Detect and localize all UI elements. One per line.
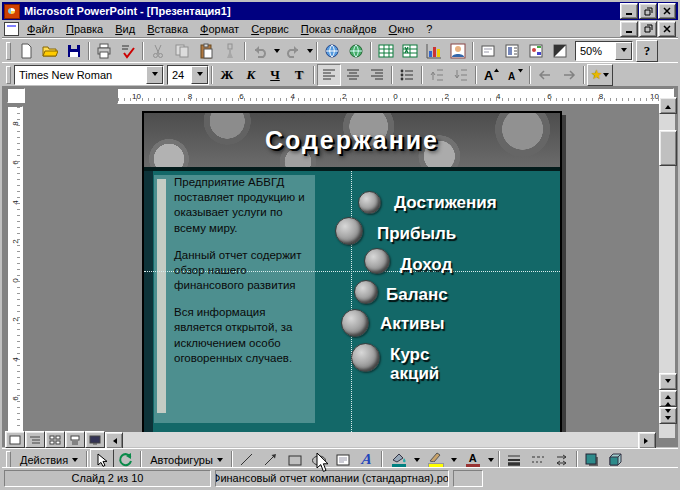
previous-slide-icon[interactable] [659, 390, 677, 407]
ruler-label: 10 [132, 92, 141, 101]
ruler-label: 6 [239, 92, 243, 101]
vertical-scrollbar[interactable] [659, 97, 675, 438]
insert-excel-worksheet-icon[interactable] [398, 40, 422, 62]
text-shadow-button[interactable]: Т [287, 64, 311, 86]
help-button[interactable]: ? [636, 40, 658, 62]
scroll-left-icon[interactable] [105, 432, 123, 449]
help-label: ? [644, 43, 651, 59]
save-icon[interactable] [62, 40, 86, 62]
slide-show-view-icon[interactable] [85, 431, 105, 448]
coin-bullet[interactable] [364, 248, 390, 274]
menu-view[interactable]: Вид [109, 22, 141, 36]
menu-edit[interactable]: Правка [60, 22, 109, 36]
align-left-button[interactable] [317, 64, 341, 86]
toolbar-drag-handle[interactable] [6, 451, 11, 469]
title-banner-coins-image[interactable]: Содержание [144, 113, 560, 167]
work-area: 1086420246810 864202468 Содержание Предп… [2, 86, 678, 447]
slide-layout-icon[interactable] [500, 40, 524, 62]
horizontal-scrollbar[interactable] [105, 432, 656, 447]
ruler-label: 8 [188, 92, 192, 101]
menu-slideshow[interactable]: Показ слайдов [295, 22, 383, 36]
slide-item-profit[interactable]: Прибыль [377, 224, 456, 243]
zoom-combobox[interactable]: 50% [575, 41, 633, 61]
menu-format[interactable]: Формат [194, 22, 245, 36]
menu-insert[interactable]: Вставка [141, 22, 194, 36]
bold-button[interactable]: Ж [215, 64, 239, 86]
coin-bullet[interactable] [351, 343, 380, 372]
insert-clipart-icon[interactable] [446, 40, 470, 62]
status-bar: Слайд 2 из 10 Финансовый отчет компании … [2, 467, 678, 488]
paragraph-2[interactable]: Данный отчет содержит обзор нашего финан… [174, 248, 307, 294]
slide-item-assets[interactable]: Активы [380, 314, 445, 333]
increase-font-size-button[interactable]: А [479, 64, 503, 86]
slide-item-income[interactable]: Доход [400, 255, 452, 274]
font-size-dropdown-icon[interactable] [191, 66, 208, 84]
menu-window[interactable]: Окно [383, 22, 421, 36]
zoom-dropdown-icon[interactable] [615, 42, 632, 60]
common-tasks-button[interactable]: ★ [587, 64, 613, 86]
format-painter-icon [218, 40, 242, 62]
powerpoint-app-icon[interactable] [4, 4, 20, 19]
bullets-button[interactable] [395, 64, 419, 86]
document-control-icon[interactable] [4, 22, 19, 36]
scroll-up-icon[interactable] [659, 97, 677, 114]
ruler-origin-box [7, 88, 25, 103]
coin-bullet[interactable] [358, 191, 381, 214]
copy-icon [170, 40, 194, 62]
scroll-down-icon[interactable] [659, 373, 677, 390]
new-slide-icon[interactable] [476, 40, 500, 62]
doc-minimize-button[interactable] [620, 21, 638, 37]
coin-bullet[interactable] [341, 309, 369, 337]
insert-chart-icon[interactable] [422, 40, 446, 62]
slide-title[interactable]: Содержание [144, 126, 560, 155]
ruler-label: 4 [291, 92, 295, 101]
slide-sorter-view-icon[interactable] [45, 431, 65, 448]
move-up-icon [425, 64, 449, 86]
ruler-label: 4 [10, 357, 19, 361]
menu-help[interactable]: ? [420, 22, 438, 36]
align-center-button[interactable] [341, 64, 365, 86]
slide-item-balance[interactable]: Баланс [386, 285, 448, 304]
scroll-right-icon[interactable] [638, 432, 656, 449]
doc-close-button[interactable] [658, 21, 676, 37]
font-size-combobox[interactable]: 24 [167, 65, 209, 85]
underline-button[interactable]: Ч [263, 64, 287, 86]
menu-file[interactable]: Файл [21, 22, 60, 36]
coin-bullet[interactable] [335, 217, 363, 245]
minimize-button[interactable] [620, 3, 638, 19]
spelling-icon[interactable] [116, 40, 140, 62]
coin-bullet[interactable] [354, 280, 378, 304]
slide-item-stock-price[interactable]: Курс акций [390, 345, 466, 383]
align-right-button[interactable] [365, 64, 389, 86]
outline-view-icon[interactable] [25, 431, 45, 448]
next-slide-icon[interactable] [659, 407, 677, 424]
black-white-view-icon[interactable] [548, 40, 572, 62]
font-name-combobox[interactable]: Times New Roman [14, 65, 164, 85]
scrollbar-thumb[interactable] [659, 130, 677, 166]
slide-item-achievements[interactable]: Достижения [394, 193, 497, 212]
restore-button[interactable] [639, 3, 657, 19]
decrease-font-size-button[interactable]: А [503, 64, 527, 86]
font-name-dropdown-icon[interactable] [146, 66, 163, 84]
italic-button[interactable]: К [239, 64, 263, 86]
new-document-icon[interactable] [14, 40, 38, 62]
close-button[interactable] [658, 3, 676, 19]
slide-canvas[interactable]: Содержание Предприятие АБВГД поставляет … [142, 111, 562, 434]
body-textbox[interactable]: Предприятие АБВГД поставляет продукцию и… [154, 175, 315, 423]
doc-restore-button[interactable] [639, 21, 657, 37]
apply-design-icon[interactable] [524, 40, 548, 62]
paragraph-1[interactable]: Предприятие АБВГД поставляет продукцию и… [174, 175, 307, 236]
menu-tools[interactable]: Сервис [245, 22, 295, 36]
notes-page-view-icon[interactable] [65, 431, 85, 448]
slide-view-icon[interactable] [5, 431, 25, 448]
open-folder-icon[interactable] [38, 40, 62, 62]
toolbar-drag-handle[interactable] [6, 66, 11, 84]
redo-icon [281, 40, 305, 62]
insert-word-table-icon[interactable] [374, 40, 398, 62]
insert-hyperlink-icon[interactable] [320, 40, 344, 62]
paste-icon[interactable] [194, 40, 218, 62]
paragraph-3[interactable]: Вся информация является открытой, за иск… [174, 305, 307, 366]
print-icon[interactable] [92, 40, 116, 62]
web-toolbar-icon[interactable] [344, 40, 368, 62]
toolbar-drag-handle[interactable] [6, 42, 11, 60]
